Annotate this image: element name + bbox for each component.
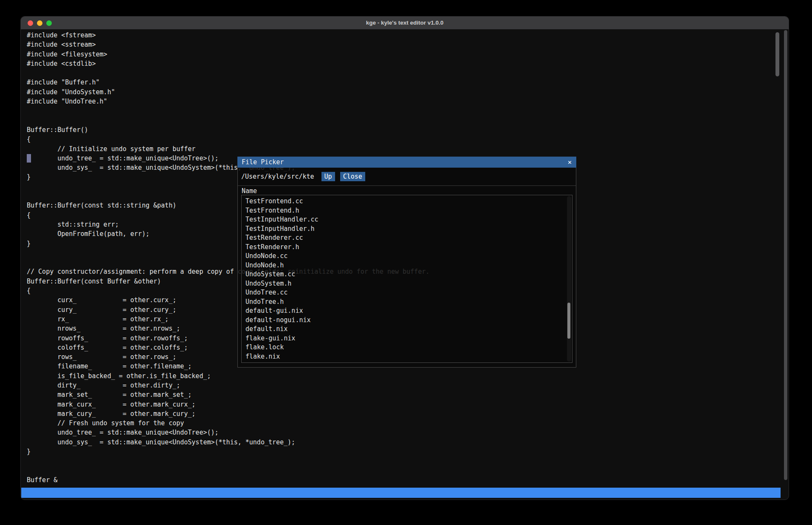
file-list-item[interactable]: TestInputHandler.h bbox=[242, 225, 565, 234]
file-picker-titlebar: File Picker bbox=[237, 157, 576, 168]
file-list-item[interactable]: UndoTree.h bbox=[242, 298, 565, 307]
code-line: #include <cstdlib> bbox=[27, 59, 429, 68]
code-line: mark_set_ = other.mark_set_; bbox=[27, 390, 429, 399]
window-title: kge - kyle's text editor v1.0.0 bbox=[21, 17, 789, 29]
code-line bbox=[27, 68, 429, 78]
editor-scrollbar-track[interactable] bbox=[784, 30, 787, 480]
code-line: { bbox=[27, 135, 429, 144]
file-list-item[interactable]: flake.lock bbox=[242, 343, 565, 352]
code-line: } bbox=[27, 447, 429, 456]
file-list-item[interactable]: default-gui.nix bbox=[242, 306, 565, 316]
code-line: #include <filesystem> bbox=[27, 50, 429, 59]
close-button[interactable]: Close bbox=[340, 172, 365, 181]
path-row: /Users/kyle/src/kte Up Close bbox=[241, 171, 365, 182]
code-line: #include "UndoSystem.h" bbox=[27, 87, 429, 97]
code-line: undo_sys_ = std::make_unique<UndoSystem>… bbox=[27, 438, 429, 447]
code-line: #include "Buffer.h" bbox=[27, 78, 429, 87]
code-line: mark_cury_ = other.mark_cury_; bbox=[27, 409, 429, 418]
window-titlebar[interactable]: kge - kyle's text editor v1.0.0 bbox=[21, 17, 789, 29]
app-window: kge - kyle's text editor v1.0.0 #include… bbox=[20, 16, 789, 500]
file-list-item[interactable]: UndoSystem.h bbox=[242, 279, 565, 289]
code-line: undo_tree_ = std::make_unique<UndoTree>(… bbox=[27, 428, 429, 437]
code-line bbox=[27, 106, 429, 115]
close-icon[interactable]: ✕ bbox=[568, 157, 572, 168]
status-left: kge v1.0.0 [1/1] Buffer.cc 486L bbox=[28, 498, 151, 500]
code-line bbox=[27, 466, 429, 475]
file-list-scrollbar-thumb[interactable] bbox=[567, 303, 570, 339]
file-picker-title: File Picker bbox=[242, 158, 284, 166]
file-list-item[interactable]: TestRenderer.h bbox=[242, 243, 565, 252]
file-list-item[interactable]: flake-gui.nix bbox=[242, 334, 565, 343]
code-line: mark_curx_ = other.mark_curx_; bbox=[27, 400, 429, 409]
file-list-item[interactable]: UndoNode.h bbox=[242, 261, 565, 270]
file-list-item[interactable]: UndoNode.cc bbox=[242, 252, 565, 261]
editor-cursor bbox=[27, 154, 31, 163]
code-line bbox=[27, 456, 429, 466]
file-list-item[interactable]: TestFrontend.cc bbox=[242, 197, 565, 206]
code-line: // Fresh undo system for the copy bbox=[27, 418, 429, 428]
code-line: #include <fstream> bbox=[27, 31, 429, 40]
code-line: #include <sstream> bbox=[27, 40, 429, 49]
code-line bbox=[27, 116, 429, 125]
up-button[interactable]: Up bbox=[321, 172, 335, 181]
file-list-item[interactable]: UndoSystem.cc bbox=[242, 270, 565, 279]
column-header-name: Name bbox=[242, 187, 257, 195]
file-list-item[interactable]: flake.nix bbox=[242, 352, 565, 362]
file-list-item[interactable]: UndoTree.cc bbox=[242, 288, 565, 298]
code-line: is_file_backed_ = other.is_file_backed_; bbox=[27, 371, 429, 381]
file-list-item[interactable]: default-nogui.nix bbox=[242, 316, 565, 325]
file-picker-dialog: File Picker ✕ /Users/kyle/src/kte Up Clo… bbox=[237, 157, 576, 368]
editor-scrollbar-thumb[interactable] bbox=[775, 32, 779, 76]
code-line: #include "UndoTree.h" bbox=[27, 97, 429, 106]
current-path: /Users/kyle/src/kte bbox=[241, 173, 314, 180]
code-line: Buffer & bbox=[27, 475, 429, 485]
status-bar: kge v1.0.0 [1/1] Buffer.cc 486L Open Fil… bbox=[21, 488, 781, 498]
code-line: dirty_ = other.dirty_; bbox=[27, 381, 429, 390]
file-list: TestFrontend.ccTestFrontend.hTestInputHa… bbox=[242, 197, 565, 361]
file-list-item[interactable]: TestFrontend.h bbox=[242, 206, 565, 216]
code-line: Buffer::Buffer() bbox=[27, 125, 429, 135]
file-list-item[interactable]: TestInputHandler.cc bbox=[242, 215, 565, 225]
divider bbox=[238, 185, 576, 186]
file-list-item[interactable]: default.nix bbox=[242, 325, 565, 334]
file-list-box: TestFrontend.ccTestFrontend.hTestInputHa… bbox=[241, 195, 572, 363]
file-list-item[interactable]: TestRenderer.cc bbox=[242, 233, 565, 243]
code-line: // Initialize undo system per buffer bbox=[27, 144, 429, 154]
